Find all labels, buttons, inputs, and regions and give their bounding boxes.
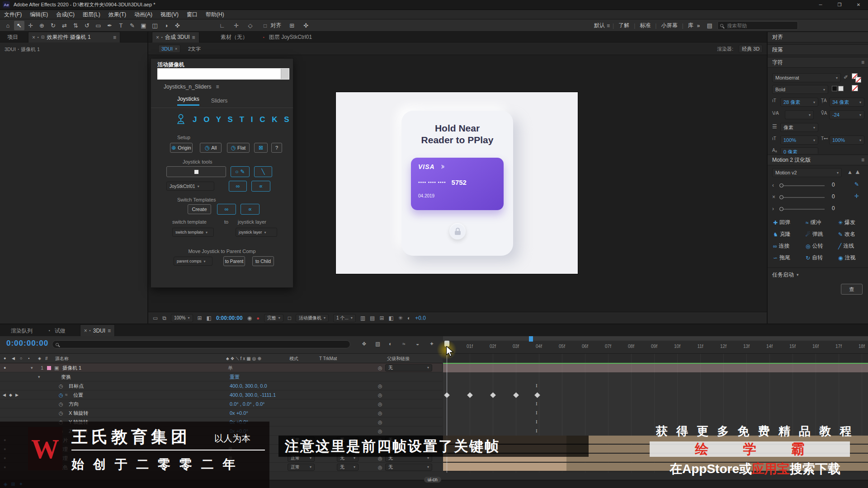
- layer-switch-icon[interactable]: 单: [228, 363, 233, 372]
- script-menu-icon[interactable]: ≡: [216, 84, 219, 89]
- frame-blend-icon[interactable]: ▧: [375, 341, 380, 347]
- menu-edit[interactable]: 编辑(E): [26, 11, 52, 19]
- slider1-tool-icon[interactable]: ✎: [854, 182, 859, 187]
- baseline-shift-select[interactable]: 0 像素: [780, 147, 818, 154]
- camera-name-field[interactable]: [157, 68, 289, 80]
- style-swatch-dark[interactable]: [832, 86, 837, 91]
- slider2-mode-icon[interactable]: ×: [772, 194, 775, 200]
- snapshot-icon[interactable]: ◉: [247, 315, 252, 321]
- maximize-button[interactable]: ❐: [830, 0, 849, 10]
- stopwatch-icon[interactable]: ◷: [59, 390, 63, 399]
- zoom-select[interactable]: 100% ▾: [171, 314, 193, 322]
- panel-menu-icon[interactable]: ≡: [861, 157, 864, 163]
- stopwatch-icon[interactable]: ◷: [59, 399, 63, 408]
- paragraph-panel-header[interactable]: 段落: [768, 44, 868, 55]
- slider1-track[interactable]: [779, 185, 825, 186]
- add-keyframe-icon[interactable]: ◆: [9, 390, 12, 399]
- motion-btn-jump[interactable]: ☄弹跳: [806, 230, 823, 238]
- slider2-tool-icon[interactable]: ✛: [854, 193, 859, 199]
- pickwhip-icon[interactable]: ◎: [378, 408, 382, 418]
- menu-effect[interactable]: 效果(T): [104, 11, 130, 19]
- workspace-library[interactable]: 库: [686, 22, 695, 29]
- font-size-select[interactable]: 28 像素 ▾: [780, 98, 818, 107]
- slider3-mode-icon[interactable]: ›: [772, 206, 774, 211]
- parent-link-column[interactable]: 父级和链接: [387, 354, 410, 363]
- menu-window[interactable]: 窗口: [183, 11, 202, 19]
- grid-options-icon[interactable]: ⊞: [287, 21, 297, 30]
- view-layout3-icon[interactable]: ⊞: [379, 315, 384, 321]
- motion-btn-connect[interactable]: ∞连接: [773, 242, 790, 250]
- view-count-select[interactable]: 1 个... ▾: [333, 314, 356, 322]
- label-color-swatch[interactable]: [47, 366, 51, 370]
- type-tool-icon[interactable]: T: [116, 21, 126, 30]
- workspace-default[interactable]: 默认: [592, 22, 607, 29]
- motion-btn-orbit[interactable]: ◎公转: [806, 242, 823, 250]
- timeline-prop-row[interactable]: ◷ 方向 0.0° , 0.0° , 0.0° ◎: [0, 399, 442, 408]
- menu-composition[interactable]: 合成(C): [52, 11, 79, 19]
- stopwatch-icon[interactable]: ◷: [59, 408, 63, 418]
- view-layout2-icon[interactable]: ▤: [370, 315, 375, 321]
- prop-value[interactable]: 0.0° , 0.0° , 0.0°: [230, 399, 264, 408]
- camera-layer-bar[interactable]: [443, 364, 868, 372]
- pickwhip-icon[interactable]: ◎: [378, 427, 382, 436]
- roto-brush-tool-icon[interactable]: ◑: [161, 21, 171, 30]
- reset-link[interactable]: 重置: [230, 372, 240, 381]
- comp-viewer[interactable]: Hold Near Reader to PPlay VISA ••••: [148, 55, 767, 312]
- to-parent-button[interactable]: to Parent: [223, 256, 245, 266]
- pickwhip-icon[interactable]: ◎: [378, 418, 382, 427]
- joystick-circle-tool[interactable]: ○ ✎: [231, 166, 250, 177]
- slider3-track[interactable]: [779, 209, 825, 210]
- tab-project[interactable]: 项目: [3, 32, 23, 42]
- stopwatch-icon[interactable]: ◷: [59, 381, 63, 390]
- menu-file[interactable]: 文件(F): [0, 11, 26, 19]
- comp-canvas[interactable]: Hold Near Reader to PPlay VISA ••••: [336, 92, 578, 274]
- eraser-tool-icon[interactable]: ◫: [150, 21, 160, 30]
- unlink-button[interactable]: ∝: [251, 181, 270, 192]
- motion-btn-clone[interactable]: ♞克隆: [773, 230, 791, 238]
- all-button[interactable]: ◷ All: [200, 143, 222, 153]
- field-button[interactable]: [281, 69, 289, 79]
- pen-tool-icon[interactable]: ✒: [104, 21, 115, 30]
- timeline-row-camera[interactable]: ● ▾ 1 ▣ 摄像机 1 单 ◎ 无 ▾: [0, 363, 442, 372]
- fast-previews-icon[interactable]: ✳: [398, 315, 403, 321]
- prop-name[interactable]: 位置: [73, 390, 83, 399]
- task-launch-select[interactable]: 任务启动 ▾: [772, 271, 799, 279]
- parent-pickwhip-icon[interactable]: ◎: [378, 463, 382, 472]
- tab-sliders[interactable]: Sliders: [211, 98, 228, 104]
- pickwhip-icon[interactable]: ◎: [378, 381, 382, 390]
- next-keyframe-icon[interactable]: ▶: [15, 390, 19, 399]
- lock-icon[interactable]: ⊡: [41, 35, 45, 39]
- prev-keyframe-icon[interactable]: ◀: [3, 390, 6, 399]
- font-family-select[interactable]: Montserrat ▾: [772, 73, 841, 82]
- mask-visibility-icon[interactable]: ◧: [207, 315, 212, 321]
- kerning-select[interactable]: ▾: [785, 110, 814, 119]
- layer-name[interactable]: 摄像机 1: [62, 363, 81, 372]
- prop-value[interactable]: 400.0, 300.0, -1111.1: [230, 390, 276, 399]
- view-layout-icon[interactable]: ▥: [360, 315, 365, 321]
- tracking-select[interactable]: -24 ▾: [829, 110, 864, 119]
- selection-tool-icon[interactable]: ↖: [14, 21, 24, 30]
- grid-guides-icon[interactable]: ⊞: [198, 315, 202, 321]
- parent-comps-select[interactable]: parent comps ▾: [174, 257, 212, 266]
- slider3-knob[interactable]: [779, 207, 783, 211]
- mountain-large-icon[interactable]: ▲: [854, 169, 861, 175]
- current-timecode[interactable]: 0:00:00:00: [6, 339, 48, 348]
- motion-btn-rename[interactable]: ✎改名: [838, 230, 855, 238]
- slider1-mode-icon[interactable]: ‹: [772, 183, 774, 188]
- flat-button[interactable]: ◷ Flat: [227, 143, 250, 153]
- menu-layer[interactable]: 图层(L): [79, 11, 104, 19]
- joystick-rect-tool[interactable]: [166, 166, 226, 177]
- font-style-select[interactable]: Bold ▾: [772, 85, 828, 94]
- slider2-knob[interactable]: [779, 195, 783, 199]
- rotate-tool-icon[interactable]: ↺: [82, 21, 92, 30]
- tab-composition[interactable]: × ▪ 合成 3DUI ≡: [152, 32, 199, 42]
- motion-btn-lookat[interactable]: ◉注视: [838, 254, 855, 262]
- search-query-button[interactable]: 查: [841, 284, 863, 295]
- axis-button[interactable]: ⊠: [254, 143, 268, 153]
- vertical-scale-select[interactable]: 100% ▾: [780, 136, 818, 145]
- tab-timeline-3dui[interactable]: × ▪ 3DUI ≡: [80, 324, 115, 336]
- camera-name-input[interactable]: [157, 68, 280, 80]
- joystick-layer-target-select[interactable]: joystick layer ▾: [236, 228, 277, 237]
- align-panel-header[interactable]: 对齐: [768, 32, 868, 42]
- pin-options-icon[interactable]: ✜: [301, 21, 311, 30]
